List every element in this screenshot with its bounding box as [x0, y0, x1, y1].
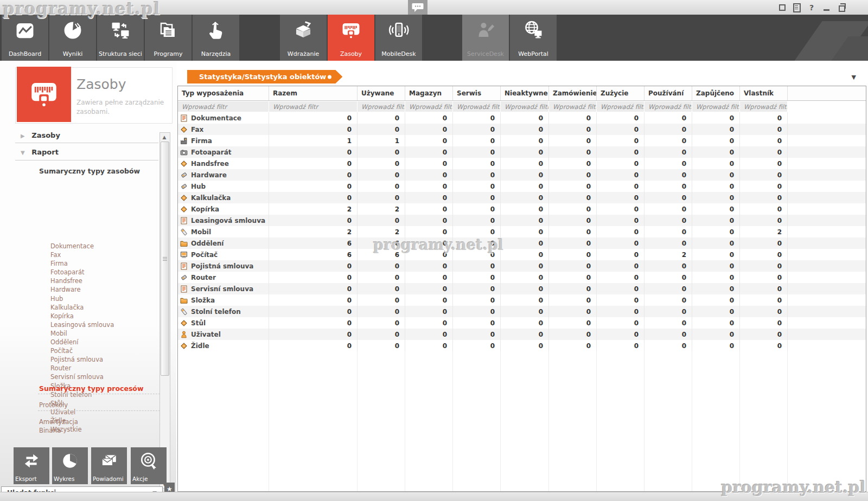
- column-header[interactable]: Zużycie: [597, 86, 644, 100]
- column-header[interactable]: Zamówienie: [549, 86, 597, 100]
- column-filter[interactable]: Wprowadź filtr: [549, 101, 596, 112]
- toolbar-item-zasoby[interactable]: Zasoby: [328, 15, 374, 61]
- report-item[interactable]: Router: [50, 364, 159, 372]
- toolbar-item-servicedesk[interactable]: ServiceDesk: [462, 15, 509, 61]
- table-row-stoln-telefon[interactable]: Stolní telefon 0000000000: [178, 306, 866, 317]
- toolbar-item-struktura-sieci[interactable]: Struktura sieci: [97, 15, 144, 61]
- action-button-akcje[interactable]: Akcje: [131, 447, 167, 484]
- row-filler-cell: [788, 226, 866, 237]
- table-row--idle[interactable]: Židle 0000000000: [178, 340, 866, 351]
- table-row-u-ivatel[interactable]: Uživatel 0000000000: [178, 329, 866, 340]
- toolbar-item-narz-dzia[interactable]: Narzędzia: [193, 15, 239, 61]
- table-row-leasingov-smlouva[interactable]: Leasingová smlouva 0000000000: [178, 215, 866, 226]
- feedback-bubble-button[interactable]: [408, 0, 427, 15]
- column-filter[interactable]: Wprowadź filtr: [740, 101, 787, 112]
- column-header[interactable]: Używane: [358, 86, 405, 100]
- report-item[interactable]: Fax: [50, 251, 159, 259]
- report-item[interactable]: Hub: [50, 294, 159, 303]
- report-item[interactable]: Servisní smlouva: [50, 372, 159, 381]
- column-header[interactable]: Zapůjčeno: [692, 86, 740, 100]
- column-filter[interactable]: Wprowadź filtr: [644, 101, 692, 112]
- report-item[interactable]: Kopírka: [50, 312, 159, 320]
- column-header[interactable]: Magazyn: [405, 86, 453, 100]
- report-item[interactable]: Firma: [50, 259, 159, 268]
- toolbar-item-wdra-anie[interactable]: Wdrażanie: [280, 15, 327, 61]
- report-item[interactable]: Hardware: [50, 285, 159, 294]
- restore-button[interactable]: [837, 3, 845, 12]
- table-row-hardware[interactable]: Hardware 0000000000: [178, 169, 866, 181]
- table-row-slo-ka[interactable]: Složka 0000000000: [178, 294, 866, 306]
- table-row-st-l[interactable]: Stůl 0000000000: [178, 317, 866, 329]
- table-row-kalkula-ka[interactable]: Kalkulačka 0000000000: [178, 192, 866, 203]
- table-row-firma[interactable]: Firma 1100000000: [178, 135, 866, 146]
- minimize-button[interactable]: [822, 3, 831, 12]
- column-filter[interactable]: Wprowadź filtr: [269, 101, 357, 112]
- report-item[interactable]: Wszystkie: [50, 425, 159, 434]
- report-link-protokoly[interactable]: Protokoły: [39, 401, 68, 409]
- report-item[interactable]: Handsfree: [50, 277, 159, 285]
- table-row-fax[interactable]: Fax 0000000000: [178, 124, 866, 135]
- table-row-kop-rka[interactable]: Kopírka 2200000000: [178, 203, 866, 215]
- report-item[interactable]: Leasingová smlouva: [50, 320, 159, 329]
- column-filter[interactable]: Wprowadź filtr: [178, 101, 269, 112]
- column-filter[interactable]: Wprowadź filtr: [453, 101, 500, 112]
- table-row-fotoapar-t[interactable]: Fotoaparát 0000000000: [178, 146, 866, 158]
- report-group-zasoby[interactable]: Sumaryczny typy zasobów: [39, 167, 140, 175]
- column-header[interactable]: Vlastník: [740, 86, 788, 100]
- column-header[interactable]: Razem: [269, 86, 358, 100]
- report-link-amortyzacja[interactable]: Amortyzacja: [39, 418, 78, 426]
- column-header[interactable]: Nieaktywne: [501, 86, 549, 100]
- report-item[interactable]: Mobil: [50, 329, 159, 338]
- scroll-up-icon[interactable]: ▲: [160, 133, 169, 141]
- column-header[interactable]: Serwis: [453, 86, 501, 100]
- cell-value: 0: [644, 169, 692, 181]
- column-filter[interactable]: Wprowadź filtr: [358, 101, 405, 112]
- cell-value: 0: [405, 226, 453, 237]
- toolbar-item-webportal[interactable]: WebPortal: [510, 15, 557, 61]
- report-item[interactable]: Dokumentace: [50, 242, 159, 251]
- table-row-po-ta-[interactable]: Počítač 6600000200: [178, 249, 866, 260]
- small-window-button[interactable]: [778, 3, 787, 12]
- report-item[interactable]: Oddělení: [50, 338, 159, 346]
- action-button-powiadomi[interactable]: Powiadomi: [91, 447, 127, 484]
- report-link-binaria[interactable]: Binaria: [39, 427, 61, 434]
- row-filler-cell: [788, 146, 866, 158]
- scrollbar-thumb[interactable]: [161, 142, 169, 376]
- action-button-wykres[interactable]: Wykres: [52, 447, 88, 484]
- toolbar-item-programy[interactable]: Programy: [145, 15, 192, 61]
- column-filter[interactable]: Wprowadź filtr: [405, 101, 452, 112]
- table-row-mobil[interactable]: Mobil 2200000002: [178, 226, 866, 237]
- cell-value: 0: [549, 237, 597, 249]
- table-row-dokumentace[interactable]: Dokumentace 0000000000: [178, 112, 866, 124]
- column-header[interactable]: Používání: [644, 86, 692, 100]
- report-item[interactable]: Pojistná smlouva: [50, 355, 159, 364]
- report-item[interactable]: Kalkulačka: [50, 303, 159, 312]
- pie-icon: [62, 20, 83, 41]
- sidebar-scrollbar[interactable]: ▲ ▼: [159, 132, 170, 489]
- toolbar-item-wyniki[interactable]: Wyniki: [49, 15, 96, 61]
- sidebar-section-zasoby[interactable]: ▶ Zasoby: [21, 131, 158, 141]
- toolbar-item-dashboard[interactable]: DashBoard: [2, 15, 48, 61]
- log-button[interactable]: [793, 3, 801, 12]
- row-label-cell: Složka: [178, 294, 269, 306]
- report-item[interactable]: Počítač: [50, 346, 159, 355]
- column-filter[interactable]: Wprowadź filtr: [597, 101, 644, 112]
- table-row-router[interactable]: Router 0000000000: [178, 272, 866, 283]
- column-filter[interactable]: Wprowadź filtr: [501, 101, 548, 112]
- report-item[interactable]: Uživatel: [50, 408, 159, 416]
- table-row-handsfree[interactable]: Handsfree 0000000000: [178, 158, 866, 169]
- toolbar-item-mobiledesk[interactable]: MobileDesk: [375, 15, 422, 61]
- table-row-servisn-smlouva[interactable]: Servisní smlouva 0000000000: [178, 283, 866, 294]
- report-group-procesy[interactable]: Sumaryczny typy procesów: [39, 384, 144, 393]
- cell-value: 0: [740, 215, 788, 226]
- panel-collapse-icon[interactable]: ▼: [852, 74, 856, 81]
- help-button[interactable]: ?: [807, 3, 816, 12]
- table-row-hub[interactable]: Hub 0000000000: [178, 181, 866, 192]
- table-row-pojistn-smlouva[interactable]: Pojistná smlouva 0000000000: [178, 260, 866, 272]
- column-filter[interactable]: Wprowadź filtr: [692, 101, 739, 112]
- table-row-odd-len-[interactable]: Oddělení 6600000000: [178, 237, 866, 249]
- column-header[interactable]: Typ wyposażenia: [178, 86, 269, 100]
- action-button-eksport[interactable]: Eksport: [14, 447, 49, 484]
- sidebar-section-raport[interactable]: ▼ Raport: [21, 148, 158, 158]
- report-item[interactable]: Fotoaparát: [50, 268, 159, 277]
